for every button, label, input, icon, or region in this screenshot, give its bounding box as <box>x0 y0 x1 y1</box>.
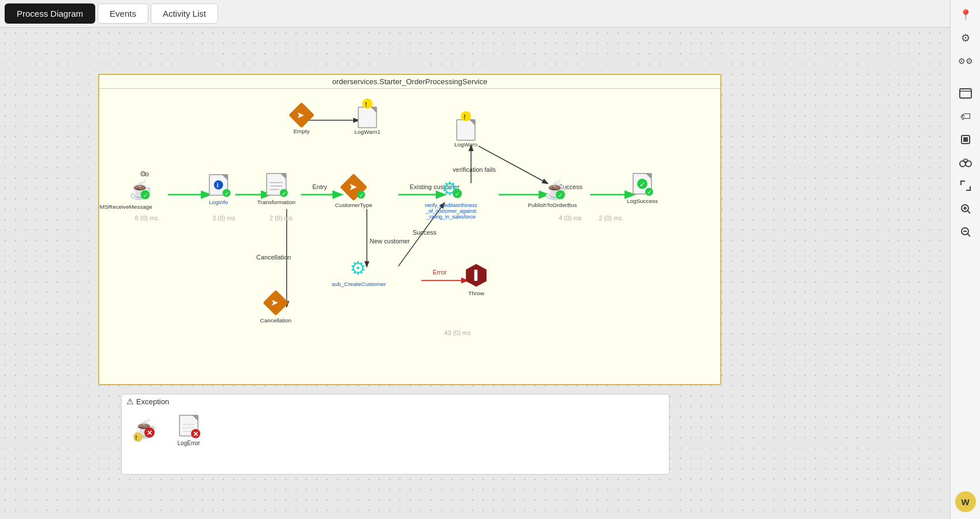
svg-text:New customer: New customer <box>370 238 410 245</box>
svg-text:8 (0) ms: 8 (0) ms <box>135 215 159 221</box>
window-icon[interactable] <box>955 83 976 104</box>
svg-text:_rating_in_salesforce: _rating_in_salesforce <box>426 214 476 220</box>
collapse-icon[interactable] <box>955 175 976 196</box>
svg-text:✓: ✓ <box>647 189 652 195</box>
svg-text:LogInfo: LogInfo <box>209 199 229 205</box>
svg-text:Entry: Entry <box>312 183 327 190</box>
svg-text:sub_CreateCustomer: sub_CreateCustomer <box>332 281 387 287</box>
svg-text:PublishToOrderBus: PublishToOrderBus <box>528 202 577 208</box>
svg-rect-71 <box>358 107 377 128</box>
svg-text:✕: ✕ <box>193 430 199 438</box>
svg-text:2 (0) ms: 2 (0) ms <box>270 215 293 221</box>
node-logwarn[interactable]: ! LogWarn <box>454 111 477 148</box>
svg-text:Cancellation: Cancellation <box>256 254 291 261</box>
node-logerror[interactable]: ✕ LogError <box>178 415 201 446</box>
node-throw[interactable]: ▐ Throw <box>466 264 487 297</box>
svg-text:Empty: Empty <box>293 128 309 134</box>
svg-text:JMSReceiveMessage: JMSReceiveMessage <box>99 204 152 210</box>
svg-text:LogWarn1: LogWarn1 <box>354 129 381 135</box>
svg-line-9 <box>967 210 970 213</box>
svg-text:⚙: ⚙ <box>350 258 366 279</box>
svg-text:4 (0) ms: 4 (0) ms <box>559 215 582 221</box>
svg-text:i: i <box>217 182 219 189</box>
svg-text:!: ! <box>365 101 368 108</box>
tab-process-diagram[interactable]: Process Diagram <box>5 3 95 24</box>
tab-activity-list[interactable]: Activity List <box>151 3 218 24</box>
svg-rect-0 <box>960 89 971 98</box>
zoom-out-icon[interactable] <box>955 221 976 242</box>
diagram-title: orderservices.Starter_OrderProcessingSer… <box>99 75 720 89</box>
node-jms-receive[interactable]: ☕ ✓ ⚙ ⚙ JMSReceiveMessage <box>99 170 152 210</box>
svg-text:3 (0) ms: 3 (0) ms <box>212 215 236 221</box>
main-canvas: orderservices.Starter_OrderProcessingSer… <box>0 28 950 519</box>
svg-point-73 <box>362 99 373 109</box>
svg-text:⚙: ⚙ <box>144 171 149 178</box>
exception-svg: ☕ ✕ ! ✕ LogError <box>128 411 301 468</box>
tag-icon[interactable]: 🏷 <box>955 106 976 127</box>
exception-container: ⚠ Exception ☕ ✕ ! ✕ <box>121 394 669 475</box>
tab-bar: Process Diagram Events Activity List <box>0 0 980 28</box>
svg-text:verify_creditworthiness: verify_creditworthiness <box>425 202 477 208</box>
svg-text:Throw: Throw <box>468 290 484 296</box>
svg-text:2 (0) ms: 2 (0) ms <box>599 215 622 221</box>
location-icon[interactable]: 📍 <box>955 5 976 25</box>
svg-text:➤: ➤ <box>349 181 357 193</box>
svg-text:43 (0) ms: 43 (0) ms <box>444 329 472 336</box>
node-customertype[interactable]: ➤ ✓ CustomerType <box>335 174 373 209</box>
svg-text:✓: ✓ <box>282 190 286 197</box>
cpu-icon[interactable] <box>955 129 976 150</box>
node-loginfo[interactable]: i ✓ LogInfo <box>209 175 230 206</box>
svg-text:Transformation: Transformation <box>257 199 296 205</box>
gear-icon[interactable]: ⚙ <box>955 28 976 48</box>
settings2-icon[interactable]: ⚙⚙ <box>955 51 976 72</box>
process-diagram-container: orderservices.Starter_OrderProcessingSer… <box>98 74 721 385</box>
svg-rect-7 <box>964 159 967 162</box>
svg-line-13 <box>967 234 970 236</box>
binoculars-icon[interactable] <box>955 152 976 173</box>
user-avatar[interactable]: W <box>955 491 976 512</box>
node-exception-cup[interactable]: ☕ ✕ ! <box>133 418 156 442</box>
svg-point-78 <box>461 111 471 122</box>
node-logsuccess[interactable]: ✓ ✓ LogSuccess <box>627 174 658 205</box>
svg-text:✕: ✕ <box>147 429 152 437</box>
svg-text:CustomerType: CustomerType <box>335 202 373 208</box>
svg-line-27 <box>478 146 547 183</box>
zoom-in-icon[interactable] <box>955 198 976 219</box>
svg-text:LogSuccess: LogSuccess <box>627 198 658 204</box>
svg-text:✓: ✓ <box>143 192 148 198</box>
svg-text:!: ! <box>463 114 466 121</box>
svg-text:✓: ✓ <box>558 192 563 198</box>
node-empty[interactable]: ➤ Empty <box>289 102 315 134</box>
node-sub-createcustomer[interactable]: ⚙ sub_CreateCustomer <box>332 258 387 287</box>
svg-text:Success: Success <box>413 229 437 236</box>
svg-text:LogError: LogError <box>178 440 201 446</box>
svg-text:✓: ✓ <box>359 192 364 198</box>
svg-rect-76 <box>457 120 475 141</box>
svg-rect-3 <box>963 137 968 142</box>
tab-events[interactable]: Events <box>98 3 148 24</box>
svg-text:▐: ▐ <box>471 269 478 281</box>
svg-text:✓: ✓ <box>639 180 645 189</box>
svg-text:verification fails: verification fails <box>452 166 496 173</box>
svg-text:Cancellation: Cancellation <box>260 317 292 324</box>
svg-text:➤: ➤ <box>271 298 278 307</box>
svg-text:✓: ✓ <box>225 190 229 197</box>
node-transformation[interactable]: ✓ Transformation <box>257 174 296 206</box>
node-logwarn1[interactable]: ! LogWarn1 <box>354 99 381 136</box>
svg-text:!: ! <box>135 434 137 441</box>
svg-text:➤: ➤ <box>297 110 304 120</box>
svg-text:Error: Error <box>433 269 447 276</box>
right-sidebar: 📍 ⚙ ⚙⚙ 🏷 W <box>950 0 980 519</box>
svg-text:_of_customer_against: _of_customer_against <box>425 208 477 214</box>
exception-title: ⚠ Exception <box>122 394 669 408</box>
svg-text:✓: ✓ <box>455 191 459 197</box>
diagram-svg: Entry Existing customer Success Cancella… <box>99 89 720 384</box>
svg-text:LogWarn: LogWarn <box>454 141 477 148</box>
